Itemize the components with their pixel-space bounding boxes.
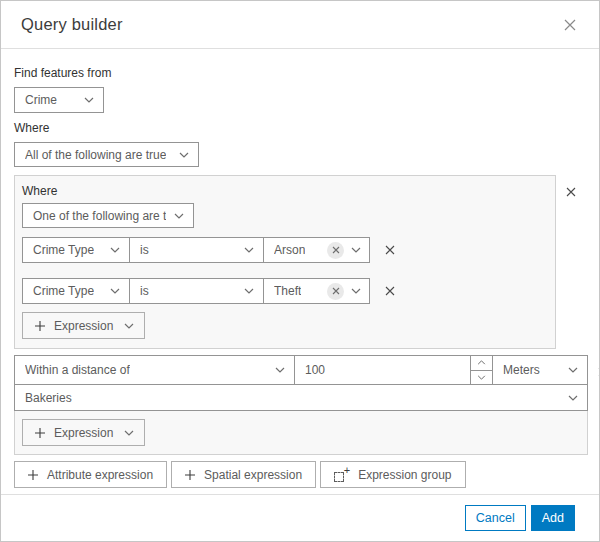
spatial-footer: Expression xyxy=(14,411,588,455)
units-select-value: Meters xyxy=(503,363,540,377)
field-select-value: Crime Type xyxy=(33,243,94,257)
field-select[interactable]: Crime Type xyxy=(22,237,130,263)
distance-stepper xyxy=(470,356,492,384)
spatial-relation-select[interactable]: Within a distance of xyxy=(15,356,295,384)
plus-icon xyxy=(35,428,45,438)
group-combinator-select[interactable]: One of the following are tr... xyxy=(22,203,194,228)
add-attribute-expression-button[interactable]: Attribute expression xyxy=(14,461,167,488)
add-expression-label: Expression xyxy=(54,426,113,440)
expression-row: Crime Type is Theft xyxy=(22,278,548,304)
combinator-select[interactable]: All of the following are true xyxy=(14,142,199,167)
operator-select-value: is xyxy=(140,243,149,257)
chevron-down-icon xyxy=(124,430,134,436)
operator-select-value: is xyxy=(140,284,149,298)
layer-select[interactable]: Crime xyxy=(14,87,104,113)
chevron-down-icon xyxy=(568,367,578,373)
chevron-down-icon xyxy=(244,247,254,253)
close-icon xyxy=(566,187,576,197)
chevron-up-icon xyxy=(477,360,486,365)
chevron-down-icon xyxy=(84,97,94,103)
query-builder-dialog: Query builder Find features from Crime W… xyxy=(0,0,600,542)
dialog-footer: Cancel Add xyxy=(1,494,599,541)
stepper-down-button[interactable] xyxy=(471,370,492,385)
chevron-down-icon xyxy=(244,288,254,294)
chevron-down-icon xyxy=(477,375,486,380)
chevron-down-icon xyxy=(275,367,285,373)
expression-group-panel: Where One of the following are tr... Cri… xyxy=(14,175,556,349)
value-select[interactable]: Theft xyxy=(263,278,370,304)
cancel-button[interactable]: Cancel xyxy=(465,505,526,531)
add-spatial-expression-button[interactable]: Spatial expression xyxy=(171,461,316,488)
chevron-down-icon xyxy=(110,288,120,294)
dialog-close-button[interactable] xyxy=(559,14,581,36)
value-select-value: Theft xyxy=(274,284,301,298)
close-icon xyxy=(385,286,395,296)
add-expression-button[interactable]: Expression xyxy=(22,419,145,446)
clear-value-button[interactable] xyxy=(327,283,344,300)
chevron-down-icon xyxy=(351,288,361,294)
add-button[interactable]: Add xyxy=(531,505,575,531)
add-clause-actions: Attribute expression Spatial expression … xyxy=(14,461,586,488)
delete-expression-button[interactable] xyxy=(381,241,399,259)
group-combinator-value: One of the following are tr... xyxy=(33,209,166,223)
add-attribute-expression-label: Attribute expression xyxy=(47,468,153,482)
chevron-down-icon xyxy=(351,247,361,253)
distance-input[interactable] xyxy=(295,356,470,384)
delete-group-button[interactable] xyxy=(562,179,580,205)
chevron-down-icon xyxy=(110,247,120,253)
add-expression-group-label: Expression group xyxy=(358,468,451,482)
value-select-value: Arson xyxy=(274,243,305,257)
expression-group-icon: + xyxy=(334,468,349,482)
delete-spatial-expression-button[interactable] xyxy=(594,359,600,385)
value-select[interactable]: Arson xyxy=(263,237,370,263)
spatial-expression-block: Within a distance of xyxy=(14,355,588,455)
find-features-label: Find features from xyxy=(14,66,586,80)
expression-group-row: Where One of the following are tr... Cri… xyxy=(14,175,586,349)
operator-select[interactable]: is xyxy=(129,237,264,263)
spatial-expression-row: Within a distance of xyxy=(14,355,586,455)
plus-icon xyxy=(28,470,38,480)
add-expression-group-button[interactable]: + Expression group xyxy=(320,461,465,488)
dialog-header: Query builder xyxy=(1,1,599,49)
field-select[interactable]: Crime Type xyxy=(22,278,130,304)
close-icon xyxy=(563,18,577,32)
delete-expression-button[interactable] xyxy=(381,282,399,300)
add-expression-label: Expression xyxy=(54,319,113,333)
chevron-down-icon xyxy=(179,152,189,158)
field-select-value: Crime Type xyxy=(33,284,94,298)
units-select[interactable]: Meters xyxy=(492,356,587,384)
clear-icon xyxy=(332,287,340,295)
clear-icon xyxy=(332,246,340,254)
clear-value-button[interactable] xyxy=(327,242,344,259)
close-icon xyxy=(385,245,395,255)
chevron-down-icon xyxy=(124,323,134,329)
add-spatial-expression-label: Spatial expression xyxy=(204,468,302,482)
where-label: Where xyxy=(14,121,586,135)
dialog-body: Find features from Crime Where All of th… xyxy=(1,66,599,488)
plus-icon xyxy=(35,321,45,331)
dialog-title: Query builder xyxy=(21,15,123,34)
stepper-up-button[interactable] xyxy=(471,356,492,370)
add-expression-button[interactable]: Expression xyxy=(22,312,145,339)
operator-select[interactable]: is xyxy=(129,278,264,304)
spatial-relation-value: Within a distance of xyxy=(25,363,130,377)
chevron-down-icon xyxy=(174,213,184,219)
combinator-select-value: All of the following are true xyxy=(25,148,166,162)
chevron-down-icon xyxy=(568,395,578,401)
target-layer-select[interactable]: Bakeries xyxy=(14,385,588,411)
plus-icon xyxy=(185,470,195,480)
expression-row: Crime Type is Arson xyxy=(22,237,548,263)
target-layer-value: Bakeries xyxy=(25,391,72,405)
layer-select-value: Crime xyxy=(25,93,57,107)
group-where-label: Where xyxy=(22,184,548,198)
